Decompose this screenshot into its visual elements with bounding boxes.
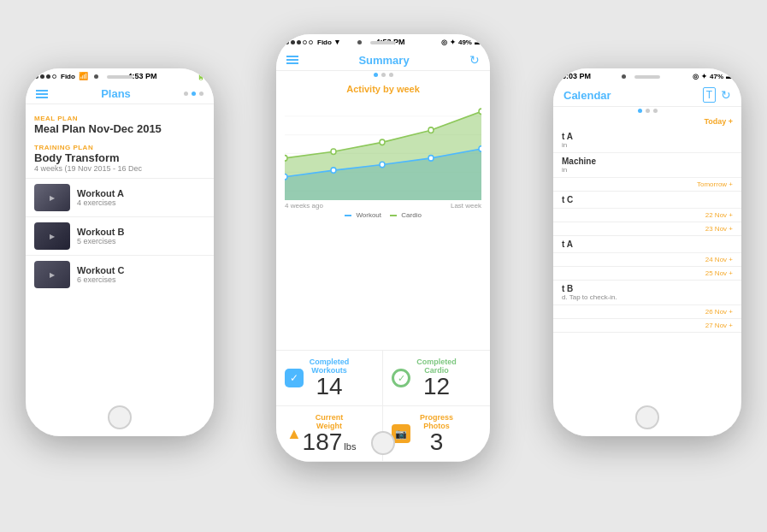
s1 bbox=[285, 40, 289, 44]
meal-plan-label: MEAL PLAN bbox=[26, 109, 214, 122]
carrier-center: Fido bbox=[317, 38, 332, 46]
status-left-left: Fido 📶 bbox=[34, 72, 88, 80]
calendar-item-a2[interactable]: t A bbox=[553, 236, 741, 253]
s2 bbox=[291, 40, 295, 44]
signal-dot-2 bbox=[40, 74, 44, 79]
wp-0 bbox=[285, 174, 287, 180]
chart-title: Activity by week bbox=[285, 84, 481, 94]
left-content: MEAL PLAN Meal Plan Nov-Dec 2015 TRAININ… bbox=[26, 104, 214, 293]
signal-dot-3 bbox=[46, 74, 50, 79]
legend-dot-cardio bbox=[390, 215, 397, 216]
home-button-center[interactable] bbox=[371, 431, 395, 455]
workout-name-a: Workout A bbox=[77, 188, 124, 198]
wp-2 bbox=[380, 162, 385, 168]
workout-exercises-a: 4 exercises bbox=[77, 198, 124, 207]
training-dates: 4 weeks (19 Nov 2015 - 16 Dec bbox=[26, 164, 214, 178]
chart-svg bbox=[285, 98, 481, 200]
stat-completed-cardio[interactable]: ✓ CompletedCardio 12 bbox=[383, 351, 490, 406]
chart-legend: Workout Cardio bbox=[285, 211, 481, 219]
legend-workout-label: Workout bbox=[356, 211, 381, 219]
left-screen: Fido 📶 4:53 PM 🔋 Plans MEAL PLAN Meal Pl… bbox=[26, 68, 214, 436]
workout-info-c: Workout C 6 exercises bbox=[77, 265, 124, 284]
right-phone: 5:03 PM ◎ ✦ 47% ▬ Calendar T ↻ Today + bbox=[553, 68, 741, 436]
calendar-t-icon[interactable]: T bbox=[703, 87, 716, 103]
cal-sub-machine: in bbox=[562, 166, 733, 174]
stat-current-weight[interactable]: ▲ CurrentWeight 187 lbs bbox=[276, 406, 383, 462]
location-right: ◎ bbox=[693, 73, 699, 80]
dot-r-3 bbox=[653, 109, 658, 113]
legend-workout: Workout bbox=[345, 211, 381, 219]
cal-sub-a: in bbox=[562, 141, 733, 149]
dot-r-2 bbox=[646, 109, 650, 113]
refresh-icon-center[interactable]: ↻ bbox=[469, 53, 480, 67]
checkbox-icon: ✓ bbox=[285, 369, 304, 387]
home-button-right[interactable] bbox=[635, 405, 659, 429]
calendar-item-c[interactable]: t C bbox=[553, 192, 741, 209]
dot-1 bbox=[184, 92, 188, 96]
s4 bbox=[303, 40, 307, 44]
dot-indicator-right bbox=[553, 107, 741, 115]
stat-progress-photos[interactable]: 📷 ProgressPhotos 3 bbox=[383, 406, 490, 462]
hamburger-icon-left[interactable] bbox=[36, 90, 48, 98]
cal-title-c: t C bbox=[562, 195, 733, 204]
workout-exercises-c: 6 exercises bbox=[77, 275, 124, 284]
stat-label-cardio: CompletedCardio bbox=[416, 358, 457, 375]
calendar-item-a[interactable]: t A in bbox=[553, 128, 741, 153]
calendar-content: Today + t A in Machine in Tomorrow + t C… bbox=[553, 115, 741, 333]
nov22-header: 22 Nov + bbox=[553, 209, 741, 222]
speaker-center bbox=[370, 41, 396, 44]
dot-c-3 bbox=[389, 73, 393, 77]
chart-section: Activity by week bbox=[276, 79, 490, 350]
speaker-right bbox=[634, 75, 660, 79]
nav-title-center: Summary bbox=[358, 54, 409, 67]
stat-unit-weight: lbs bbox=[344, 441, 356, 452]
wifi-left: 📶 bbox=[79, 72, 88, 80]
training-label: TRAINING PLAN bbox=[26, 140, 214, 151]
bt-center: ✦ bbox=[450, 38, 456, 46]
stat-number-photos: 3 bbox=[430, 430, 444, 454]
today-header: Today + bbox=[553, 115, 741, 128]
right-nav-icons: T ↻ bbox=[703, 87, 731, 103]
stat-label-weight: CurrentWeight bbox=[316, 413, 344, 430]
workout-item-b[interactable]: Workout B 5 exercises bbox=[26, 216, 214, 255]
workout-item-a[interactable]: Workout A 4 exercises bbox=[26, 178, 214, 216]
nov27-header: 27 Nov + bbox=[553, 319, 741, 333]
refresh-icon-right[interactable]: ↻ bbox=[721, 88, 731, 102]
nav-title-left: Plans bbox=[101, 87, 131, 100]
nov26-header: 26 Nov + bbox=[553, 305, 741, 319]
signal-dot-1 bbox=[34, 74, 38, 79]
workout-thumb-a bbox=[34, 184, 70, 211]
status-right-left: 🔋 bbox=[197, 73, 205, 80]
weight-icon: ▲ bbox=[285, 424, 304, 443]
hamburger-icon-center[interactable] bbox=[286, 56, 298, 64]
workout-name-c: Workout C bbox=[77, 265, 124, 275]
cp-2 bbox=[380, 139, 385, 145]
nov25-header: 25 Nov + bbox=[553, 267, 741, 281]
bt-right: ✦ bbox=[701, 73, 707, 80]
wp-3 bbox=[428, 156, 434, 162]
dot-r-1 bbox=[638, 109, 642, 113]
calendar-item-machine[interactable]: Machine in bbox=[553, 153, 741, 178]
s3 bbox=[297, 40, 301, 44]
dot-indicator-left bbox=[184, 90, 204, 98]
check-circle: ✓ bbox=[392, 369, 410, 387]
wifi-center: ▾ bbox=[335, 38, 339, 46]
calendar-item-b[interactable]: t B d. Tap to check-in. bbox=[553, 281, 741, 305]
chart-label-left: 4 weeks ago bbox=[285, 202, 323, 210]
battery-center: 49% bbox=[458, 38, 472, 46]
training-title: Body Transform bbox=[26, 151, 214, 164]
nov23-header: 23 Nov + bbox=[553, 222, 741, 236]
legend-dot-workout bbox=[345, 215, 351, 216]
battery-left: 🔋 bbox=[197, 73, 205, 80]
battery-icon-right: ▬ bbox=[726, 73, 733, 80]
camera-left bbox=[94, 74, 98, 79]
location-center: ◎ bbox=[441, 38, 447, 46]
workout-item-c[interactable]: Workout C 6 exercises bbox=[26, 255, 214, 293]
home-button-left[interactable] bbox=[108, 405, 132, 429]
status-left-right: 5:03 PM bbox=[562, 72, 591, 80]
stat-number-weight: 187 bbox=[303, 430, 343, 454]
camera-center bbox=[357, 40, 362, 44]
legend-cardio-label: Cardio bbox=[401, 211, 422, 219]
nov24-header: 24 Nov + bbox=[553, 253, 741, 267]
stat-completed-workouts[interactable]: ✓ CompletedWorkouts 14 bbox=[276, 351, 383, 406]
